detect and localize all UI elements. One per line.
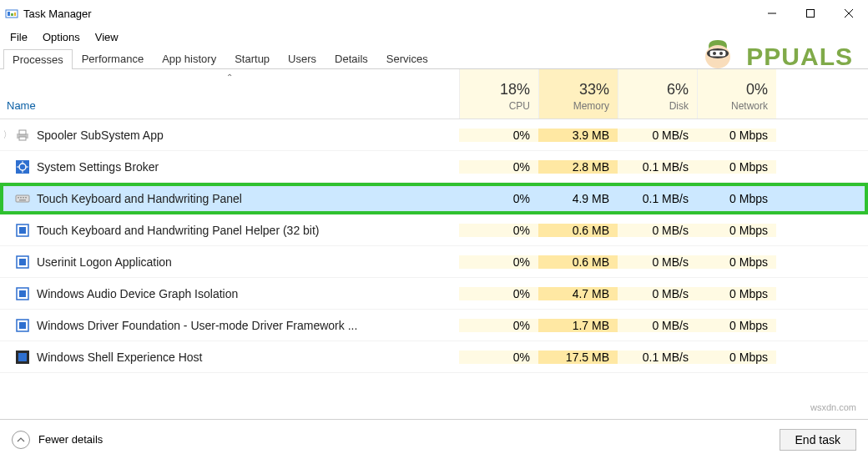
column-name-label: Name: [7, 99, 36, 112]
process-row[interactable]: System Settings Broker0%2.8 MB0.1 MB/s0 …: [0, 151, 868, 183]
svg-rect-9: [19, 130, 26, 134]
window-controls: [753, 0, 868, 27]
svg-rect-10: [19, 137, 26, 140]
process-icon: [15, 191, 30, 206]
tab-performance[interactable]: Performance: [73, 48, 153, 68]
cell-disk: 0.1 MB/s: [618, 192, 697, 205]
process-row[interactable]: Touch Keyboard and Handwriting Panel0%4.…: [0, 183, 868, 214]
cpu-label: CPU: [509, 100, 530, 112]
cell-disk: 0 MB/s: [618, 224, 697, 237]
cell-memory: 2.8 MB: [538, 160, 618, 174]
column-header-network[interactable]: 0% Network: [697, 69, 776, 119]
svg-rect-5: [807, 10, 815, 18]
cell-cpu: 0%: [459, 287, 538, 300]
tab-details[interactable]: Details: [326, 48, 377, 68]
cell-network: 0 Mbps: [697, 160, 776, 174]
cell-memory: 0.6 MB: [538, 255, 618, 269]
titlebar: Task Manager: [0, 0, 868, 27]
tab-processes[interactable]: Processes: [3, 49, 73, 69]
column-header-cpu[interactable]: 18% CPU: [459, 69, 538, 119]
fewer-details-label: Fewer details: [38, 433, 103, 446]
svg-rect-17: [16, 195, 29, 202]
process-row[interactable]: Userinit Logon Application0%0.6 MB0 MB/s…: [0, 246, 868, 278]
memory-percent: 33%: [579, 81, 609, 98]
process-icon: [15, 223, 30, 238]
cell-network: 0 Mbps: [697, 224, 776, 237]
cell-cpu: 0%: [459, 129, 538, 142]
process-name: Userinit Logon Application: [37, 255, 459, 269]
process-row[interactable]: Windows Shell Experience Host0%17.5 MB0.…: [0, 341, 868, 373]
menu-view[interactable]: View: [88, 29, 125, 45]
menu-file[interactable]: File: [3, 29, 34, 45]
network-label: Network: [731, 100, 768, 112]
process-row[interactable]: Windows Audio Device Graph Isolation0%4.…: [0, 278, 868, 310]
header-spacer: [776, 69, 868, 119]
cell-disk: 0 MB/s: [618, 255, 697, 269]
svg-rect-18: [18, 197, 19, 199]
process-name: Windows Audio Device Graph Isolation: [37, 287, 459, 300]
close-button[interactable]: [830, 0, 868, 27]
menubar: File Options View: [0, 27, 868, 47]
chevron-up-icon: [12, 431, 30, 449]
cell-cpu: 0%: [459, 160, 538, 174]
svg-rect-2: [11, 13, 13, 16]
domain-watermark: wsxdn.com: [810, 402, 856, 412]
process-icon: [15, 286, 30, 301]
process-row[interactable]: 〉Spooler SubSystem App0%3.9 MB0 MB/s0 Mb…: [0, 119, 868, 151]
process-name: Touch Keyboard and Handwriting Panel: [37, 192, 459, 205]
svg-rect-24: [19, 227, 26, 234]
cell-network: 0 Mbps: [697, 129, 776, 142]
cell-cpu: 0%: [459, 319, 538, 332]
cell-cpu: 0%: [459, 351, 538, 364]
cell-disk: 0 MB/s: [618, 319, 697, 332]
process-icon: [15, 318, 30, 333]
svg-rect-19: [20, 197, 22, 199]
process-icon: [15, 350, 30, 365]
cell-disk: 0.1 MB/s: [618, 351, 697, 364]
maximize-button[interactable]: [791, 0, 830, 27]
cell-disk: 0 MB/s: [618, 287, 697, 300]
column-header-memory[interactable]: 33% Memory: [538, 69, 618, 119]
process-rows: 〉Spooler SubSystem App0%3.9 MB0 MB/s0 Mb…: [0, 119, 868, 373]
process-row[interactable]: Touch Keyboard and Handwriting Panel Hel…: [0, 214, 868, 246]
cpu-percent: 18%: [500, 81, 530, 98]
cell-memory: 17.5 MB: [538, 351, 618, 364]
cell-memory: 0.6 MB: [538, 224, 618, 237]
svg-rect-20: [23, 197, 24, 199]
fewer-details-button[interactable]: Fewer details: [12, 431, 103, 449]
column-header-name[interactable]: ⌃ Name: [0, 69, 459, 119]
end-task-button[interactable]: End task: [780, 429, 856, 451]
cell-cpu: 0%: [459, 192, 538, 205]
tab-services[interactable]: Services: [377, 48, 437, 68]
tab-app-history[interactable]: App history: [153, 48, 225, 68]
tab-users[interactable]: Users: [279, 48, 326, 68]
expand-chevron-icon[interactable]: 〉: [0, 129, 13, 141]
process-name: Touch Keyboard and Handwriting Panel Hel…: [37, 224, 459, 237]
window-title: Task Manager: [23, 8, 92, 20]
minimize-button[interactable]: [753, 0, 791, 27]
disk-label: Disk: [669, 100, 689, 112]
process-name: Windows Shell Experience Host: [37, 351, 459, 364]
cell-network: 0 Mbps: [697, 351, 776, 364]
network-percent: 0%: [746, 81, 768, 98]
sort-indicator-icon: ⌃: [226, 73, 233, 82]
cell-cpu: 0%: [459, 255, 538, 269]
process-icon: [15, 255, 30, 270]
svg-rect-1: [8, 12, 10, 16]
disk-percent: 6%: [667, 81, 689, 98]
cell-network: 0 Mbps: [697, 255, 776, 269]
tab-startup[interactable]: Startup: [225, 48, 279, 68]
cell-disk: 0.1 MB/s: [618, 160, 697, 174]
menu-options[interactable]: Options: [36, 29, 87, 45]
cell-cpu: 0%: [459, 224, 538, 237]
process-name: Spooler SubSystem App: [37, 129, 459, 142]
process-name: Windows Driver Foundation - User-mode Dr…: [37, 319, 459, 332]
cell-disk: 0 MB/s: [618, 129, 697, 142]
cell-memory: 1.7 MB: [538, 319, 618, 332]
svg-rect-28: [19, 290, 26, 297]
column-header-disk[interactable]: 6% Disk: [618, 69, 697, 119]
process-row[interactable]: Windows Driver Foundation - User-mode Dr…: [0, 310, 868, 341]
svg-rect-30: [19, 322, 26, 329]
memory-label: Memory: [573, 100, 609, 112]
process-icon: [15, 159, 30, 174]
